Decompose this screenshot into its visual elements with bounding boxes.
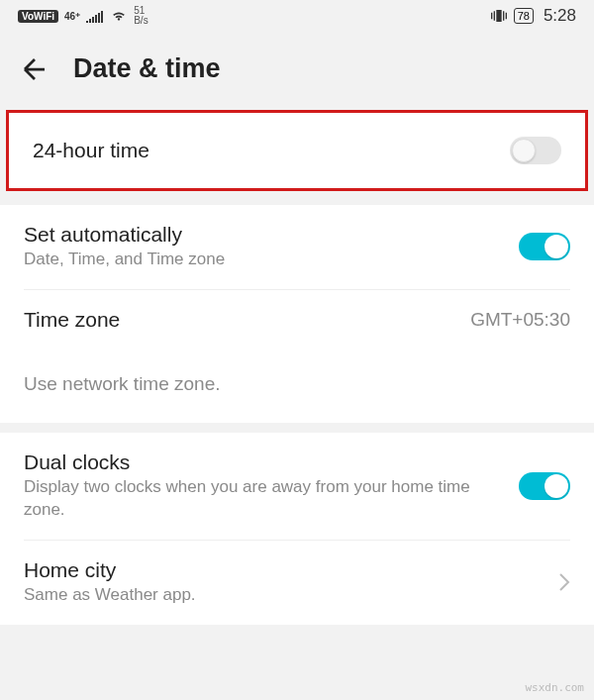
row-time-zone[interactable]: Time zone GMT+05:30: [0, 290, 594, 350]
status-left: VoWiFi 46⁺ 51 B/s: [18, 6, 148, 26]
row-auto-sub: Date, Time, and Time zone: [24, 249, 519, 271]
chevron-right-icon: [558, 572, 570, 592]
status-clock: 5:28: [544, 6, 576, 26]
toggle-dual-clocks[interactable]: [519, 472, 570, 500]
row-zone-value: GMT+05:30: [470, 309, 570, 331]
vowifi-badge: VoWiFi: [18, 10, 58, 23]
signal-icon: [86, 9, 104, 23]
highlight-box: 24-hour time: [6, 110, 588, 191]
speed-unit: B/s: [134, 16, 148, 26]
row-zone-title: Time zone: [24, 308, 470, 332]
section-gap: [0, 423, 594, 433]
row-24hour-title: 24-hour time: [33, 139, 510, 162]
toggle-set-automatically[interactable]: [519, 233, 570, 260]
wifi-icon: [110, 9, 128, 23]
row-dual-sub: Display two clocks when you are away fro…: [24, 476, 503, 522]
toggle-24hour[interactable]: [510, 137, 561, 164]
hint-text: Use network time zone.: [24, 373, 570, 395]
row-home-city[interactable]: Home city Same as Weather app.: [0, 541, 594, 625]
network-label: 46⁺: [64, 11, 80, 22]
network-speed: 51 B/s: [134, 6, 148, 26]
page-title: Date & time: [73, 53, 221, 84]
watermark: wsxdn.com: [525, 681, 584, 694]
hint-row: Use network time zone.: [0, 350, 594, 423]
status-right: 78 5:28: [490, 6, 576, 26]
page-header: Date & time: [0, 32, 594, 110]
status-bar: VoWiFi 46⁺ 51 B/s 78 5:28: [0, 0, 594, 32]
row-dual-clocks[interactable]: Dual clocks Display two clocks when you …: [0, 433, 594, 540]
vibrate-icon: [490, 8, 508, 24]
row-24hour[interactable]: 24-hour time: [9, 113, 585, 188]
row-dual-title: Dual clocks: [24, 450, 503, 474]
back-arrow-icon[interactable]: [20, 54, 50, 84]
row-auto-title: Set automatically: [24, 223, 519, 247]
battery-indicator: 78: [514, 8, 534, 24]
row-set-automatically[interactable]: Set automatically Date, Time, and Time z…: [0, 205, 594, 289]
row-home-sub: Same as Weather app.: [24, 584, 550, 607]
row-home-title: Home city: [24, 558, 550, 582]
